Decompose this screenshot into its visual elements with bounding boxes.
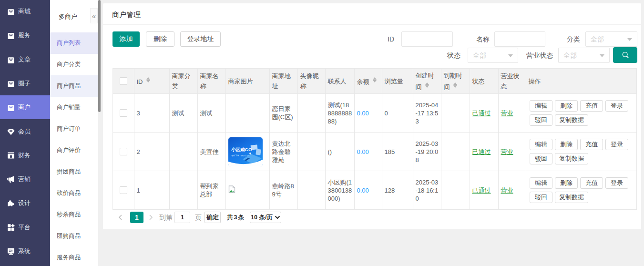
svg-text:小区购GO: 小区购GO — [231, 146, 252, 152]
svg-text:手机下单 · 足不出户: 手机下单 · 足不出户 — [231, 154, 249, 157]
